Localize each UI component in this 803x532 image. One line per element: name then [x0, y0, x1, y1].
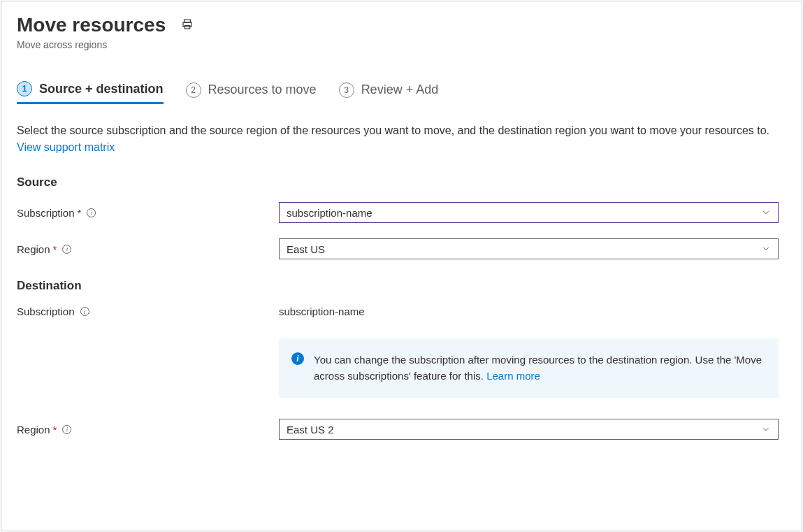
destination-region-dropdown[interactable]: East US 2: [279, 419, 779, 440]
label-text: Subscription: [17, 207, 75, 219]
source-heading: Source: [17, 175, 786, 189]
destination-info-box: i You can change the subscription after …: [279, 338, 779, 398]
source-region-dropdown[interactable]: East US: [279, 238, 779, 259]
tab-resources-to-move[interactable]: 2 Resources to move: [186, 81, 317, 104]
view-support-matrix-link[interactable]: View support matrix: [17, 141, 115, 153]
label-text: Region: [17, 243, 50, 255]
infobox-body: You can change the subscription after mo…: [314, 352, 766, 384]
wizard-tabs: 1 Source + destination 2 Resources to mo…: [17, 81, 786, 104]
info-icon[interactable]: i: [80, 307, 89, 316]
move-resources-panel: Move resources Move across regions 1 Sou…: [1, 1, 802, 531]
source-subscription-dropdown[interactable]: subscription-name: [279, 202, 779, 223]
instruction-text: Select the source subscription and the s…: [17, 122, 779, 156]
info-icon[interactable]: i: [87, 208, 96, 217]
learn-more-link[interactable]: Learn more: [486, 370, 540, 382]
tab-label: Review + Add: [361, 82, 439, 97]
tab-review-add[interactable]: 3 Review + Add: [339, 81, 439, 104]
destination-region-row: Region * i East US 2: [17, 419, 786, 440]
svg-rect-2: [185, 25, 190, 29]
required-asterisk: *: [78, 207, 82, 219]
destination-subscription-value: subscription-name: [279, 305, 365, 317]
chevron-down-icon: [761, 208, 771, 217]
source-subscription-row: Subscription * i subscription-name: [17, 202, 786, 223]
page-title: Move resources: [17, 14, 166, 36]
field-label: Subscription i: [17, 305, 279, 317]
source-region-row: Region * i East US: [17, 238, 786, 259]
field-label: Subscription * i: [17, 207, 279, 219]
page-subtitle: Move across regions: [17, 39, 786, 50]
required-asterisk: *: [53, 243, 57, 255]
print-icon[interactable]: [181, 18, 194, 33]
chevron-down-icon: [761, 424, 771, 434]
label-text: Region: [17, 424, 50, 436]
label-text: Subscription: [17, 305, 75, 317]
title-row: Move resources: [17, 14, 786, 36]
dropdown-value: East US: [287, 243, 325, 255]
destination-heading: Destination: [17, 279, 786, 293]
tab-label: Resources to move: [208, 82, 317, 97]
dropdown-value: subscription-name: [287, 207, 372, 219]
tab-number: 1: [17, 81, 32, 96]
instruction-body: Select the source subscription and the s…: [17, 124, 769, 136]
tab-number: 3: [339, 82, 354, 98]
tab-source-destination[interactable]: 1 Source + destination: [17, 81, 164, 104]
destination-subscription-row: Subscription i subscription-name: [17, 305, 786, 317]
info-icon[interactable]: i: [62, 425, 71, 434]
dropdown-value: East US 2: [287, 424, 334, 436]
tab-label: Source + destination: [39, 82, 164, 96]
tab-number: 2: [186, 82, 201, 98]
field-label: Region * i: [17, 243, 279, 255]
required-asterisk: *: [53, 424, 57, 436]
chevron-down-icon: [761, 244, 771, 254]
field-label: Region * i: [17, 424, 279, 436]
info-circle-icon: i: [291, 352, 304, 365]
info-icon[interactable]: i: [62, 245, 71, 254]
